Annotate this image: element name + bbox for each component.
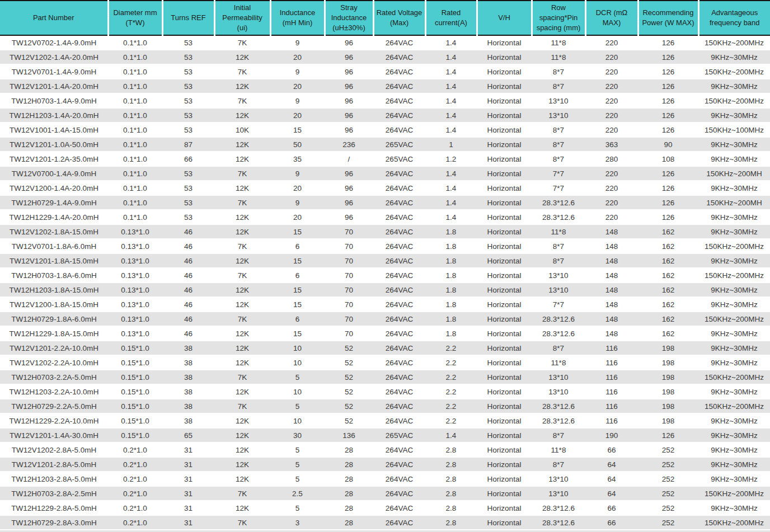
table-row: TW12V1201-2.8A-5.0mH0.2*1.03112K528264VA… bbox=[0, 457, 770, 472]
cell: 0.15*1.0 bbox=[108, 399, 162, 413]
cell: 15 bbox=[270, 297, 325, 312]
cell: 64 bbox=[585, 457, 638, 472]
cell: 53 bbox=[162, 79, 214, 93]
table-row: TW12V1200-1.4A-20.0mH0.1*1.05312K2096264… bbox=[0, 181, 770, 195]
cell: 0.15*1.0 bbox=[108, 384, 162, 399]
cell: 8*7 bbox=[532, 137, 585, 152]
cell: 15 bbox=[270, 123, 325, 137]
cell: 28.3*12.6 bbox=[532, 312, 585, 326]
cell: 264VAC bbox=[373, 341, 425, 355]
cell: 70 bbox=[325, 283, 373, 297]
cell: 1.4 bbox=[425, 93, 477, 108]
table-row: TW12V0701-1.8A-6.0mH0.13*1.0467K670264VA… bbox=[0, 239, 770, 253]
cell: 10 bbox=[270, 384, 325, 399]
cell: Horizontal bbox=[477, 181, 532, 195]
cell: 20 bbox=[270, 210, 325, 224]
cell: 0.1*1.0 bbox=[108, 137, 162, 152]
cell: 198 bbox=[638, 413, 698, 428]
cell: 35 bbox=[270, 152, 325, 166]
table-row: TW12V0700-1.4A-9.0mH0.1*1.0537K996264VAC… bbox=[0, 166, 770, 181]
cell: 8*7 bbox=[532, 341, 585, 355]
cell: 12K bbox=[214, 428, 270, 442]
cell: 220 bbox=[585, 108, 638, 123]
cell: 5 bbox=[270, 501, 325, 515]
spec-table-header: Part NumberDiameter mm (T*W)Turns REFIni… bbox=[0, 1, 770, 35]
cell: 5 bbox=[270, 457, 325, 472]
cell: 0.2*1.0 bbox=[108, 442, 162, 457]
cell: 148 bbox=[585, 312, 638, 326]
cell: 30 bbox=[270, 428, 325, 442]
cell: 70 bbox=[325, 312, 373, 326]
cell: 46 bbox=[162, 239, 214, 253]
cell: 126 bbox=[638, 93, 698, 108]
cell: 96 bbox=[325, 210, 373, 224]
cell: 70 bbox=[325, 224, 373, 239]
cell: 2.8 bbox=[425, 442, 477, 457]
cell: Horizontal bbox=[477, 370, 532, 384]
column-header: Initial Permeability (ui) bbox=[214, 1, 270, 35]
cell: 252 bbox=[638, 457, 698, 472]
cell: 9KHz~30MHz bbox=[698, 472, 770, 486]
cell: 9KHz~30MHz bbox=[698, 501, 770, 515]
cell: Horizontal bbox=[477, 152, 532, 166]
cell: 5 bbox=[270, 442, 325, 457]
cell: 116 bbox=[585, 384, 638, 399]
cell: 9KHz~30MHz bbox=[698, 428, 770, 442]
cell: 9KHz~30MHz bbox=[698, 137, 770, 152]
cell: 264VAC bbox=[373, 413, 425, 428]
cell: 150KHz~200MH bbox=[698, 166, 770, 181]
cell: 53 bbox=[162, 108, 214, 123]
cell: 12K bbox=[214, 253, 270, 268]
cell: 70 bbox=[325, 297, 373, 312]
cell: 150KHz~200MHz bbox=[698, 312, 770, 326]
cell: 1.4 bbox=[425, 64, 477, 79]
column-header: Diameter mm (T*W) bbox=[108, 1, 162, 35]
cell: Horizontal bbox=[477, 312, 532, 326]
cell: 0.13*1.0 bbox=[108, 312, 162, 326]
cell: 31 bbox=[162, 472, 214, 486]
cell: 96 bbox=[325, 123, 373, 137]
cell: 264VAC bbox=[373, 326, 425, 341]
column-header: Turns REF bbox=[162, 1, 214, 35]
cell: 53 bbox=[162, 35, 214, 50]
cell: 96 bbox=[325, 181, 373, 195]
cell: 7K bbox=[214, 268, 270, 283]
cell: 363 bbox=[585, 137, 638, 152]
cell: 6 bbox=[270, 239, 325, 253]
cell: 150KHz~200MHz bbox=[698, 268, 770, 283]
cell: TW12V0700-1.4A-9.0mH bbox=[0, 166, 108, 181]
cell: TW12V1201-2.8A-5.0mH bbox=[0, 457, 108, 472]
cell: 252 bbox=[638, 472, 698, 486]
cell: 0.1*1.0 bbox=[108, 166, 162, 181]
cell: 28 bbox=[325, 457, 373, 472]
cell: 7*7 bbox=[532, 181, 585, 195]
cell: 7K bbox=[214, 93, 270, 108]
table-row: TW12V1201-1.4A-20.0mH0.1*1.05312K2096264… bbox=[0, 79, 770, 93]
cell: 46 bbox=[162, 326, 214, 341]
cell: 1.8 bbox=[425, 239, 477, 253]
cell: 28 bbox=[325, 472, 373, 486]
cell: 13*10 bbox=[532, 384, 585, 399]
cell: 162 bbox=[638, 297, 698, 312]
cell: 1.4 bbox=[425, 108, 477, 123]
cell: 52 bbox=[325, 384, 373, 399]
cell: Horizontal bbox=[477, 239, 532, 253]
cell: 265VAC bbox=[373, 428, 425, 442]
table-row: TW12H0729-2.2A-5.0mH0.15*1.0387K552264VA… bbox=[0, 399, 770, 413]
cell: 11*8 bbox=[532, 35, 585, 50]
cell: 10 bbox=[270, 355, 325, 370]
cell: 220 bbox=[585, 123, 638, 137]
cell: 2.8 bbox=[425, 486, 477, 501]
cell: TW12V0701-1.4A-9.0mH bbox=[0, 64, 108, 79]
cell: 0.15*1.0 bbox=[108, 341, 162, 355]
cell: 220 bbox=[585, 79, 638, 93]
cell: 1.8 bbox=[425, 283, 477, 297]
cell: / bbox=[325, 152, 373, 166]
cell: 38 bbox=[162, 399, 214, 413]
cell: 8*7 bbox=[532, 253, 585, 268]
cell: 0.13*1.0 bbox=[108, 239, 162, 253]
cell: 53 bbox=[162, 50, 214, 64]
cell: 38 bbox=[162, 413, 214, 428]
cell: Horizontal bbox=[477, 283, 532, 297]
cell: 0.13*1.0 bbox=[108, 326, 162, 341]
